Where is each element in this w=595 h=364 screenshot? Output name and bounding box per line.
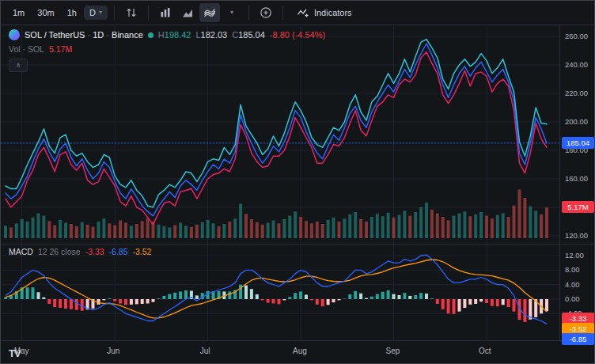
price-change: -8.80 (-4.54%) xyxy=(270,30,325,40)
chevron-down-icon: ▾ xyxy=(230,9,233,16)
multi-line-chart-icon xyxy=(203,6,216,19)
time-axis-month-label: Oct xyxy=(479,347,491,355)
add-symbol-button[interactable] xyxy=(256,3,276,22)
macd-name[interactable]: MACD xyxy=(9,247,33,256)
axis-tick-label: 240.00 xyxy=(565,60,588,69)
symbol-row: SOL / TetherUS · 1D · Binance H198.42 L1… xyxy=(9,29,325,40)
plus-circle-icon xyxy=(260,6,272,19)
bar-chart-icon xyxy=(159,6,172,19)
toolbar-divider xyxy=(282,6,283,20)
ohlc-low: L182.03 xyxy=(195,30,227,40)
symbol-title[interactable]: SOL / TetherUS · 1D · Binance xyxy=(25,30,143,40)
timeframe-1h-button[interactable]: 1h xyxy=(62,6,82,20)
compare-arrows-icon xyxy=(125,6,138,19)
timeframe-30m-button[interactable]: 30m xyxy=(32,6,59,20)
collapse-pane-button[interactable]: ∧ xyxy=(9,59,28,72)
time-axis-month-label: Aug xyxy=(293,347,307,355)
macd-line-badge: -6.85 xyxy=(562,333,594,345)
toolbar-divider xyxy=(148,6,149,20)
axis-tick-label: 12.00 xyxy=(565,251,584,260)
axis-tick-label: 200.00 xyxy=(565,117,588,126)
bar-chart-style-button[interactable] xyxy=(155,3,176,22)
time-axis-month-label: Jun xyxy=(107,347,119,355)
macd-legend: MACD 12 26 close -3.33 -6.85 -3.52 xyxy=(9,247,151,256)
tradingview-logo[interactable]: TV xyxy=(9,347,21,359)
ohlc-high: H198.42 xyxy=(158,30,191,40)
chart-style-dropdown-button[interactable]: ▾ xyxy=(222,3,242,22)
compare-arrows-button[interactable] xyxy=(121,3,142,22)
symbol-legend: SOL / TetherUS · 1D · Binance H198.42 L1… xyxy=(9,29,325,54)
price-and-macd-plot xyxy=(1,1,595,364)
area-chart-style-button[interactable] xyxy=(177,3,198,22)
axis-tick-label: 220.00 xyxy=(565,89,588,97)
ohlc-close: C185.04 xyxy=(232,30,265,40)
timeframe-1d-button[interactable]: D ▾ xyxy=(84,6,108,20)
axis-tick-label: 4.00 xyxy=(565,280,580,289)
time-axis[interactable]: MayJunJulAugSepOct xyxy=(1,340,594,363)
chevron-down-icon: ▾ xyxy=(99,9,102,16)
sol-logo-icon xyxy=(9,29,20,40)
axis-tick-label: 160.00 xyxy=(565,174,588,183)
volume-label: Vol · SOL xyxy=(9,44,44,54)
volume-badge: 5.17M xyxy=(562,201,594,213)
market-status-dot xyxy=(148,32,153,38)
trading-chart-app: 1m 30m 1h D ▾ xyxy=(0,0,595,364)
axis-tick-label: 120.00 xyxy=(565,231,588,240)
line-chart-style-button[interactable] xyxy=(199,3,220,22)
macd-params: 12 26 close xyxy=(38,247,81,256)
volume-value: 5.17M xyxy=(49,44,72,54)
axis-tick-label: 8.00 xyxy=(565,265,580,274)
indicators-label: Indicators xyxy=(314,8,352,17)
time-axis-month-label: Jul xyxy=(200,347,210,355)
price-axis[interactable]: 185.04 5.17M -3.33 -3.52 -6.85 260.00240… xyxy=(559,1,595,363)
axis-tick-label: 260.00 xyxy=(565,32,588,40)
toolbar: 1m 30m 1h D ▾ xyxy=(1,1,594,25)
current-price-badge: 185.04 xyxy=(562,137,594,149)
indicators-button[interactable]: Indicators xyxy=(290,4,359,21)
timeframe-1d-label: D xyxy=(89,8,96,17)
volume-row: Vol · SOL 5.17M xyxy=(9,44,325,54)
area-chart-icon xyxy=(181,6,194,19)
toolbar-divider xyxy=(248,6,249,20)
chevron-up-icon: ∧ xyxy=(16,62,21,69)
macd-hist-value: -3.33 xyxy=(85,247,104,256)
macd-line-value: -6.85 xyxy=(109,247,128,256)
time-axis-month-label: Sep xyxy=(386,347,400,355)
timeframe-1m-button[interactable]: 1m xyxy=(7,6,30,20)
chart-canvas[interactable] xyxy=(1,1,594,363)
macd-signal-value: -3.52 xyxy=(133,247,152,256)
toolbar-divider xyxy=(114,6,115,20)
indicators-icon xyxy=(297,6,309,19)
axis-tick-label: 0.00 xyxy=(565,294,580,303)
